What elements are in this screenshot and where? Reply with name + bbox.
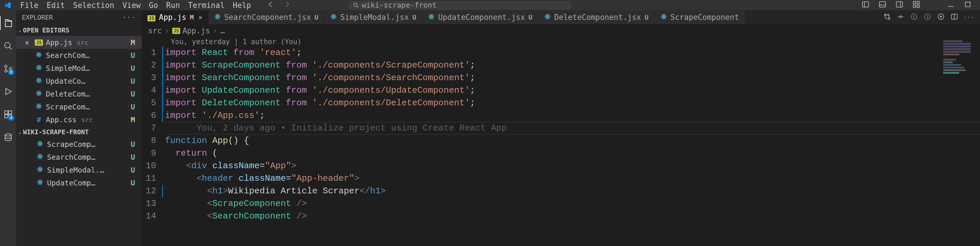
git-codelens[interactable]: You, yesterday | 1 author (You)	[142, 37, 980, 46]
code-line[interactable]: function App() {	[165, 134, 980, 147]
menu-item-run[interactable]: Run	[162, 0, 184, 11]
file-name: ScrapeCom…	[46, 103, 90, 111]
editor-tab[interactable]: DeleteComponent.jsxU	[538, 10, 655, 24]
open-editor-item[interactable]: #App.csssrcM	[16, 113, 142, 126]
svg-point-9	[5, 42, 10, 48]
open-editor-item[interactable]: ScrapeCom…U	[16, 100, 142, 113]
file-name: DeleteCom…	[46, 90, 90, 98]
open-editor-item[interactable]: DeleteCom…U	[16, 88, 142, 100]
layout-toggle-bottom-icon[interactable]	[878, 0, 886, 10]
git-status-U: U	[129, 77, 136, 85]
activity-debug-icon[interactable]	[0, 85, 16, 99]
code-line[interactable]: You, 2 days ago • Initialize project usi…	[165, 122, 980, 134]
svg-rect-1	[862, 2, 869, 7]
open-editor-item[interactable]: SearchCom…U	[16, 49, 142, 62]
code-line[interactable]: <ScrapeComponent />	[165, 197, 980, 210]
menu-item-edit[interactable]: Edit	[43, 0, 69, 11]
git-status-U: U	[412, 14, 416, 21]
react-file-icon	[37, 140, 43, 149]
command-center-search[interactable]: wiki-scrape-front	[349, 1, 571, 10]
react-file-icon	[544, 13, 551, 22]
tab-label: UpdateComponent.jsx	[438, 13, 525, 22]
activity-search-icon[interactable]	[0, 39, 16, 53]
code-line[interactable]: return (	[165, 147, 980, 160]
breadcrumbs[interactable]: src › JS App.js › …	[142, 24, 980, 37]
code-editor[interactable]: 1234567891011121314 import React from 'r…	[142, 46, 980, 246]
folder-file-item[interactable]: SearchComp…U	[16, 151, 142, 163]
git-compare-icon[interactable]	[883, 13, 891, 22]
activity-extensions-icon[interactable]: 4	[0, 107, 16, 121]
svg-point-35	[38, 105, 40, 107]
code-line[interactable]: <h1>Wikipedia Article Scraper</h1>	[165, 185, 980, 197]
git-commit-icon[interactable]	[897, 13, 904, 22]
code-line[interactable]: import './App.css';	[165, 109, 980, 122]
git-gutter	[162, 46, 165, 246]
activity-source-control-icon[interactable]: 8	[0, 62, 16, 76]
editor-tab[interactable]: ScrapeComponent	[655, 10, 745, 24]
customize-layout-icon[interactable]	[912, 0, 920, 10]
folder-header[interactable]: ⌄ WIKI-SCRAPE-FRONT	[16, 126, 142, 138]
menu-item-file[interactable]: File	[16, 0, 43, 11]
folder-file-item[interactable]: ScrapeComp…U	[16, 138, 142, 151]
activity-database-icon[interactable]	[0, 130, 16, 144]
tab-label: ScrapeComponent	[670, 13, 739, 22]
nav-next-icon[interactable]	[924, 13, 931, 22]
folder-file-item[interactable]: SimpleModal.…U	[16, 163, 142, 176]
code-line[interactable]: import React from 'react';	[165, 46, 980, 59]
react-file-icon	[36, 51, 42, 60]
close-icon[interactable]: ×	[25, 38, 32, 47]
code-line[interactable]: import UpdateComponent from './component…	[165, 84, 980, 97]
open-editor-item[interactable]: SimpleMod…U	[16, 62, 142, 75]
code-line[interactable]: import DeleteComponent from './component…	[165, 97, 980, 109]
code-line[interactable]: <SearchComponent />	[165, 210, 980, 223]
react-file-icon	[37, 153, 43, 161]
menu-item-view[interactable]: View	[118, 0, 145, 11]
layout-toggle-right-icon[interactable]	[895, 0, 904, 10]
svg-rect-7	[917, 5, 919, 7]
layout-toggle-left-icon[interactable]	[861, 0, 870, 10]
minimize-window-icon[interactable]	[947, 0, 955, 10]
run-file-icon[interactable]	[937, 13, 945, 22]
svg-point-0	[354, 3, 357, 6]
svg-point-55	[217, 16, 218, 17]
editor-tab[interactable]: SimpleModal.jsxU	[325, 10, 422, 24]
extensions-badge: 4	[8, 115, 14, 121]
editor-tab[interactable]: JSApp.jsM×	[142, 10, 208, 24]
menu-item-terminal[interactable]: Terminal	[184, 0, 229, 11]
git-status-U: U	[129, 140, 136, 149]
react-file-icon	[37, 166, 43, 174]
sidebar-more-icon[interactable]: ···	[123, 14, 136, 21]
minimap[interactable]	[942, 40, 974, 83]
menu-item-selection[interactable]: Selection	[69, 0, 118, 11]
code-line[interactable]: <header className="App-header">	[165, 172, 980, 185]
git-status-M: M	[129, 115, 136, 124]
svg-point-43	[40, 156, 41, 157]
split-editor-icon[interactable]	[950, 13, 958, 22]
open-editor-item[interactable]: ×JSApp.jssrcM	[16, 36, 142, 49]
nav-back-icon[interactable]	[267, 1, 275, 10]
svg-point-77	[900, 16, 902, 18]
react-file-icon	[36, 90, 42, 98]
editor-tab[interactable]: UpdateComponent.jsxU	[422, 10, 538, 24]
file-name: App.css	[46, 115, 76, 124]
svg-point-63	[431, 16, 432, 17]
editor-area: JSApp.jsM×SearchComponent.jsxUSimpleModa…	[142, 10, 980, 246]
menu-item-help[interactable]: Help	[229, 0, 255, 11]
close-icon[interactable]: ×	[198, 14, 202, 21]
nav-prev-icon[interactable]	[910, 13, 918, 22]
more-actions-icon[interactable]: ···	[964, 14, 974, 20]
menu-item-go[interactable]: Go	[145, 0, 162, 11]
css-file-icon: #	[37, 115, 41, 124]
folder-file-item[interactable]: UpdateComp…U	[16, 176, 142, 189]
chevron-right-icon: ›	[165, 26, 169, 35]
editor-tab[interactable]: SearchComponent.jsxU	[208, 10, 325, 24]
code-line[interactable]: import ScrapeComponent from './component…	[165, 59, 980, 72]
maximize-window-icon[interactable]	[964, 0, 972, 10]
js-file-icon: JS	[148, 15, 155, 21]
git-status-U: U	[129, 179, 136, 187]
open-editor-item[interactable]: UpdateCo…U	[16, 75, 142, 88]
code-line[interactable]: import SearchComponent from './component…	[165, 72, 980, 84]
code-line[interactable]: <div className="App">	[165, 160, 980, 172]
activity-explorer-icon[interactable]	[0, 16, 16, 30]
open-editors-header[interactable]: ⌄ OPEN EDITORS	[16, 24, 142, 36]
